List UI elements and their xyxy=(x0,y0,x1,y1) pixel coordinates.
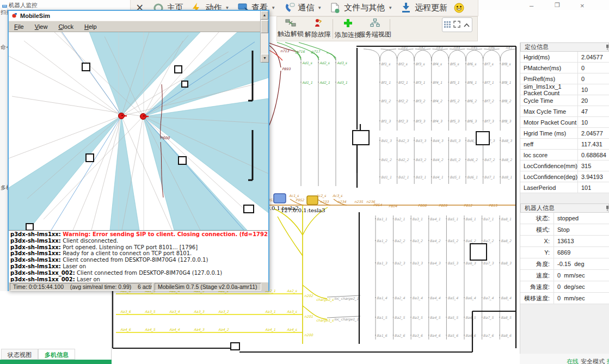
waypoint-label: Bd7_1 xyxy=(484,175,495,180)
right-info-panel: 定位信息 Hgrid(ms)2.04577PMatcher(ms)0PmRefl… xyxy=(520,42,609,354)
mobilesim-titlebar[interactable]: MobileSim xyxy=(9,11,268,21)
map-label: loc_charge2_1 xyxy=(334,297,359,301)
menu-help[interactable]: Help xyxy=(79,22,102,31)
row-key: 角速度: xyxy=(520,281,554,292)
waypoint-label: Bf4_3 xyxy=(433,119,443,124)
robot-info-row: 状态:stopped xyxy=(520,213,609,224)
row-key: neff xyxy=(520,139,578,149)
toolbar-button-解除故障[interactable]: 解除故障 xyxy=(304,17,331,41)
menu-clock[interactable]: Clock xyxy=(53,22,79,31)
toolbar-button-服务端视图[interactable]: 服务端视图 xyxy=(361,17,389,41)
waypoint-label: Bf5_3 xyxy=(450,119,460,124)
waypoint-label: Ad3_1 xyxy=(337,81,347,85)
mobilesim-log-console[interactable]: p3dx-sh-lms1xx: Warning: Error sending S… xyxy=(9,230,268,282)
row-value: 0 deg/sec xyxy=(554,283,585,290)
menu-view[interactable]: View xyxy=(29,22,53,31)
ribbon-item-远程更新[interactable]: 远程更新 xyxy=(401,3,447,14)
waypoint-label: Ba3_1 xyxy=(412,217,422,221)
robot-info-row: X:13613 xyxy=(520,236,609,247)
phone-icon xyxy=(284,3,295,14)
scroll-thumb[interactable] xyxy=(261,20,268,33)
waypoint-label: Aa4_5 xyxy=(145,328,156,332)
waypoint-label: Ba1_3 xyxy=(377,261,387,266)
scroll-down-icon[interactable]: ▼ xyxy=(261,54,269,63)
log-line: p3dx-sh-lms1xx_002: Client connected fro… xyxy=(10,270,260,276)
status-badge: 在线 xyxy=(567,358,579,364)
toolbar-button-添加连接[interactable]: 添加连接 xyxy=(334,17,361,41)
menu-file[interactable]: File xyxy=(9,22,29,31)
waypoint-label: Bf6_s xyxy=(467,62,477,66)
sim-map[interactable]: P600 xyxy=(9,32,268,230)
row-key: LaserPeriod xyxy=(520,182,578,193)
tab-状态视图[interactable]: 状态视图 xyxy=(1,349,38,360)
waypoint-label: Ba4_4 xyxy=(430,296,441,300)
waypoint-label: Bd5_3 xyxy=(450,139,460,143)
tab-多机信息[interactable]: 多机信息 xyxy=(38,349,75,360)
scroll-up-icon[interactable]: ▲ xyxy=(261,11,268,20)
map-label: n200 xyxy=(304,333,313,337)
map-label: P815 xyxy=(489,203,498,207)
waypoint-label: Ba8_5 xyxy=(501,316,512,320)
expand-icon[interactable] xyxy=(453,20,460,30)
row-value: -0.15 deg xyxy=(554,261,585,267)
row-key: Hgrid(ms) xyxy=(520,52,578,62)
map-label: n235 xyxy=(354,200,364,203)
waypoint-label: Bf7_1 xyxy=(484,81,494,85)
minimize-button[interactable]: – xyxy=(530,2,533,10)
row-value: 10 xyxy=(578,87,588,93)
restore-button[interactable]: ❐ xyxy=(555,2,560,9)
map-label: Ac3_s xyxy=(333,194,343,198)
sim-version-status: MobileSim 0.7.5 (Stage v2.0.0a-amr11) xyxy=(155,283,261,291)
localization-row: Hgrid(ms)2.04577 xyxy=(520,52,609,63)
row-value: 0 xyxy=(578,76,585,82)
robot-info-row: 角速度:0 deg/sec xyxy=(520,281,609,293)
grid-icon[interactable] xyxy=(444,20,451,30)
waypoint-label: Ba7_6 xyxy=(483,334,494,338)
pin-icon[interactable] xyxy=(605,206,609,212)
waypoint-label: Bf1_3 xyxy=(381,119,391,124)
waypoint-label: Bf5_1 xyxy=(450,81,459,85)
map-label: P808 xyxy=(418,203,427,207)
waypoint-label: Ba2_1 xyxy=(395,217,405,221)
row-key: PmRefl(ms) xyxy=(520,73,578,84)
waypoint-label: Ba5_2 xyxy=(447,239,458,243)
robot-panel-header[interactable]: 机器人信息 xyxy=(520,203,609,213)
waypoint-label: Aa4_1 xyxy=(265,328,275,332)
waypoint-label: Ba3_4 xyxy=(412,296,423,300)
waypoint-label: Ad3_s xyxy=(337,61,347,65)
waypoint-label: Ba6_4 xyxy=(465,296,476,300)
close-button[interactable]: × xyxy=(580,2,585,10)
sim-time-status: Time: 0:0:15:44.100 (avg sim/real time: … xyxy=(10,283,152,291)
waypoint-label: Ba5_5 xyxy=(447,316,458,320)
bottom-left-panel: 状态视图多机信息 xyxy=(0,291,112,364)
localization-table: Hgrid(ms)2.04577PMatcher(ms)0PmRefl(ms)0… xyxy=(520,52,609,193)
waypoint-label: Bd4_2 xyxy=(433,158,444,162)
waypoint-label: Ad1_s xyxy=(302,61,312,65)
waypoint-label: Bd5_1 xyxy=(450,175,460,180)
ribbon-item-文件与其他[interactable]: 文件与其他▼ xyxy=(330,3,392,14)
app-title: 机器人监控 xyxy=(9,2,38,9)
left-strip-label: 命令 xyxy=(1,44,8,51)
localization-row: PMatcher(ms)0 xyxy=(520,63,609,73)
row-value: 117.431 xyxy=(578,141,602,147)
pin-icon[interactable] xyxy=(605,45,609,51)
waypoint-label: Bd2_2 xyxy=(398,158,409,162)
waypoint-label: Bd8_1 xyxy=(501,175,512,180)
collapse-chevron-icon[interactable] xyxy=(463,20,470,30)
localization-panel-header[interactable]: 定位信息 xyxy=(520,42,609,52)
toolbar-button-触边解锁[interactable]: 触边解锁 xyxy=(277,17,304,41)
ribbon-item-label: 通信 xyxy=(298,3,314,13)
waypoint-label: Aa4_2 xyxy=(218,328,229,332)
waypoint-label: Ba2_5 xyxy=(395,316,405,320)
map-label: P809 xyxy=(439,203,448,207)
waypoint-label: Bf7_s xyxy=(484,62,494,66)
console-scrollbar[interactable]: ▲ ▼ xyxy=(260,11,268,63)
bumper-unlock-icon xyxy=(285,19,296,28)
row-key: Max Cycle Time xyxy=(520,106,578,116)
mobilesim-map-canvas[interactable]: P600 xyxy=(9,32,268,230)
mobilesim-window[interactable]: MobileSim FileViewClockHelp P600 p3dx-sh… xyxy=(8,10,269,291)
row-key: Cycle Time xyxy=(520,95,578,106)
ribbon-item-通信[interactable]: 通信▼ xyxy=(284,3,322,14)
toolbar-button-label: 添加连接 xyxy=(335,30,361,40)
robot-info-row: Y:6869 xyxy=(520,247,609,258)
